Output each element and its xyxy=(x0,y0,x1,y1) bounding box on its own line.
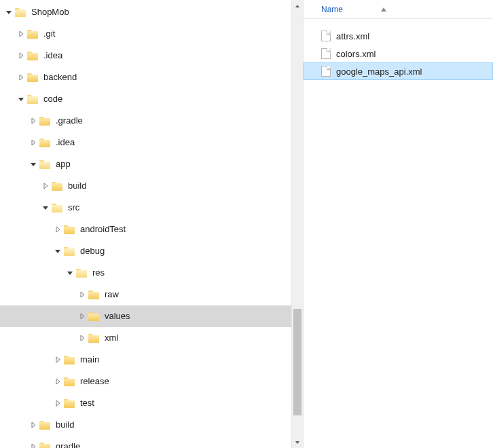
chevron-right-icon[interactable] xyxy=(29,442,38,448)
folder-icon xyxy=(88,333,101,343)
tree-item[interactable]: .git xyxy=(0,23,303,45)
folder-icon xyxy=(39,116,52,126)
chevron-right-icon[interactable] xyxy=(77,333,87,343)
folder-icon xyxy=(39,442,52,448)
folder-tree-panel: ShopMob.git.ideabackendcode.gradle.ideaa… xyxy=(0,0,303,448)
tree-item-label: res xyxy=(92,262,105,284)
tree-item-label: .idea xyxy=(43,45,62,67)
tree-item[interactable]: test xyxy=(0,392,303,414)
tree-item-label: ShopMob xyxy=(31,1,69,23)
tree-item[interactable]: release xyxy=(0,371,303,392)
folder-icon xyxy=(76,268,88,278)
chevron-down-icon[interactable] xyxy=(4,7,14,17)
file-row[interactable]: colors.xml xyxy=(304,45,493,62)
tree-item-label: raw xyxy=(105,284,119,305)
sort-indicator-icon xyxy=(381,6,386,13)
tree-item-label: androidTest xyxy=(80,219,126,240)
tree-item-label: test xyxy=(80,392,94,414)
tree-item[interactable]: debug xyxy=(0,240,303,262)
tree-item-label: src xyxy=(68,197,79,219)
tree-item-label: debug xyxy=(80,240,105,262)
folder-icon xyxy=(15,7,27,17)
file-row[interactable]: attrs.xml xyxy=(304,27,493,45)
tree-item[interactable]: androidTest xyxy=(0,219,303,240)
folder-icon xyxy=(64,246,76,256)
tree-item-label: release xyxy=(80,371,109,392)
tree-item[interactable]: .idea xyxy=(0,132,303,153)
folder-icon xyxy=(64,398,76,408)
tree-item-label: build xyxy=(68,175,86,197)
chevron-down-icon[interactable] xyxy=(16,94,26,104)
chevron-right-icon[interactable] xyxy=(77,312,87,321)
column-header-name[interactable]: Name xyxy=(321,5,343,14)
tree-item-label: xml xyxy=(105,327,118,349)
chevron-right-icon[interactable] xyxy=(53,355,62,365)
tree-scrollbar[interactable] xyxy=(291,0,303,448)
chevron-right-icon[interactable] xyxy=(29,420,38,430)
tree-item-label: values xyxy=(105,305,130,327)
file-icon xyxy=(321,48,331,59)
file-icon xyxy=(321,66,331,77)
tree-item[interactable]: build xyxy=(0,175,303,197)
file-label: attrs.xml xyxy=(336,31,369,41)
tree-item[interactable]: backend xyxy=(0,67,303,88)
chevron-right-icon[interactable] xyxy=(77,290,87,299)
tree-item-label: main xyxy=(80,349,99,371)
tree-item[interactable]: main xyxy=(0,349,303,371)
folder-icon xyxy=(39,138,52,147)
file-list-panel: Name attrs.xmlcolors.xmlgoogle_maps_api.… xyxy=(303,0,493,448)
folder-icon xyxy=(52,181,64,191)
folder-icon xyxy=(64,225,76,234)
scroll-up-arrow-icon[interactable] xyxy=(292,0,303,12)
file-row[interactable]: google_maps_api.xml xyxy=(304,62,493,80)
folder-icon xyxy=(52,203,64,212)
file-icon xyxy=(321,31,331,41)
chevron-right-icon[interactable] xyxy=(53,398,62,408)
file-list[interactable]: attrs.xmlcolors.xmlgoogle_maps_api.xml xyxy=(304,19,493,80)
chevron-right-icon[interactable] xyxy=(29,116,38,126)
tree-item[interactable]: .gradle xyxy=(0,110,303,132)
chevron-down-icon[interactable] xyxy=(41,203,50,212)
tree-item-label: .git xyxy=(43,23,55,45)
tree-item-label: .gradle xyxy=(56,110,83,132)
tree-item-label: code xyxy=(43,88,62,110)
tree-item[interactable]: .idea xyxy=(0,45,303,67)
tree-item[interactable]: gradle xyxy=(0,436,303,448)
tree-item[interactable]: values xyxy=(0,305,303,327)
scroll-thumb[interactable] xyxy=(293,309,302,415)
folder-icon xyxy=(27,29,39,39)
chevron-right-icon[interactable] xyxy=(16,29,26,39)
folder-icon xyxy=(88,312,101,321)
folder-icon xyxy=(27,73,39,82)
chevron-down-icon[interactable] xyxy=(29,160,38,169)
tree-item-label: backend xyxy=(43,67,77,88)
tree-item[interactable]: src xyxy=(0,197,303,219)
chevron-right-icon[interactable] xyxy=(29,138,38,147)
chevron-right-icon[interactable] xyxy=(16,73,26,82)
chevron-right-icon[interactable] xyxy=(53,225,62,234)
tree-item[interactable]: res xyxy=(0,262,303,284)
folder-tree[interactable]: ShopMob.git.ideabackendcode.gradle.ideaa… xyxy=(0,0,303,448)
tree-item[interactable]: build xyxy=(0,414,303,436)
folder-icon xyxy=(88,290,101,299)
chevron-down-icon[interactable] xyxy=(65,268,75,278)
chevron-down-icon[interactable] xyxy=(53,246,62,256)
tree-item[interactable]: raw xyxy=(0,284,303,305)
chevron-right-icon[interactable] xyxy=(41,181,50,191)
scroll-down-arrow-icon[interactable] xyxy=(292,436,303,448)
tree-item-label: build xyxy=(56,414,74,436)
folder-icon xyxy=(27,51,39,60)
scroll-track[interactable] xyxy=(292,12,303,436)
tree-item-label: .idea xyxy=(56,132,75,153)
tree-item[interactable]: xml xyxy=(0,327,303,349)
chevron-right-icon[interactable] xyxy=(16,51,26,60)
tree-item[interactable]: app xyxy=(0,153,303,175)
folder-icon xyxy=(27,94,39,104)
tree-item[interactable]: code xyxy=(0,88,303,110)
chevron-right-icon[interactable] xyxy=(53,377,62,386)
tree-item[interactable]: ShopMob xyxy=(0,1,303,23)
folder-icon xyxy=(39,160,52,169)
file-label: colors.xml xyxy=(336,49,376,59)
file-list-header[interactable]: Name xyxy=(304,0,493,19)
folder-icon xyxy=(64,377,76,386)
